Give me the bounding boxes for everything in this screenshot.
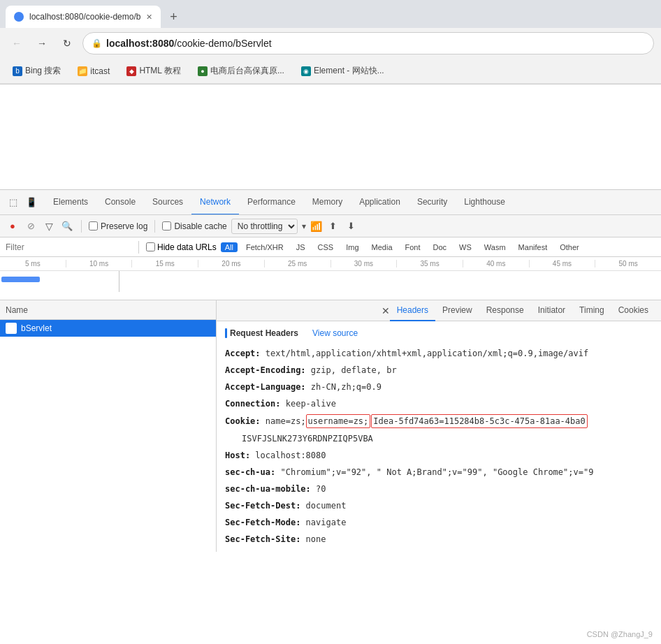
cookie-value-1: name=zs;	[266, 415, 306, 427]
rp-tab-response[interactable]: Response	[479, 300, 531, 321]
filter-icon[interactable]: ▽	[42, 219, 56, 233]
request-row-bservlet[interactable]: bServlet	[0, 320, 216, 337]
inspect-element-icon[interactable]: ⬚	[6, 195, 21, 210]
close-panel-button[interactable]: ✕	[382, 305, 390, 316]
tab-bar: localhost:8080/cookie-demo/b ✕ +	[0, 0, 661, 28]
type-other[interactable]: Other	[555, 242, 583, 252]
separator-2	[154, 220, 155, 233]
download-icon[interactable]: ⬇	[344, 219, 358, 233]
tab-console[interactable]: Console	[96, 190, 144, 215]
type-font[interactable]: Font	[401, 242, 425, 252]
tab-title: localhost:8080/cookie-demo/b	[29, 12, 140, 22]
cookie-value-2: username=zs;	[306, 414, 371, 428]
right-panel-tabs: ✕ Headers Preview Response Initiator Tim…	[217, 300, 661, 321]
throttle-dropdown[interactable]: No throttling Fast 3G Slow 3G Offline	[231, 219, 298, 234]
tab-application[interactable]: Application	[351, 190, 409, 215]
request-name: bServlet	[21, 323, 52, 333]
header-accept-encoding: Accept-Encoding: gzip, deflate, br	[217, 362, 661, 379]
rp-tab-preview[interactable]: Preview	[435, 300, 479, 321]
tick-25ms: 25 ms	[264, 260, 330, 268]
bookmark-ecommerce[interactable]: ● 电商后台高保真原...	[194, 64, 289, 78]
tab-lighthouse[interactable]: Lighthouse	[456, 190, 514, 215]
clear-button[interactable]: ⊘	[24, 219, 38, 233]
header-sec-fetch-dest: Sec-Fetch-Dest: document	[217, 497, 661, 514]
filter-input[interactable]	[6, 242, 131, 252]
hide-data-urls-checkbox[interactable]: Hide data URLs	[146, 242, 217, 252]
header-connection: Connection: keep-alive	[217, 395, 661, 412]
rp-tab-headers[interactable]: Headers	[390, 300, 435, 321]
tab-sources[interactable]: Sources	[144, 190, 191, 215]
timeline: 5 ms 10 ms 15 ms 20 ms 25 ms 30 ms 35 ms…	[0, 257, 661, 300]
preserve-log-checkbox[interactable]: Preserve log	[89, 221, 147, 231]
disable-cache-input[interactable]	[162, 221, 171, 230]
network-line	[119, 271, 119, 292]
header-accept: Accept: text/html,application/xhtml+xml,…	[217, 345, 661, 362]
separator-filter	[138, 241, 139, 254]
type-fetch-xhr[interactable]: Fetch/XHR	[242, 242, 288, 252]
rp-tab-initiator[interactable]: Initiator	[531, 300, 572, 321]
chevron-icon: ▾	[302, 221, 306, 231]
type-doc[interactable]: Doc	[429, 242, 451, 252]
type-media[interactable]: Media	[368, 242, 397, 252]
bookmark-html[interactable]: ◆ HTML 教程	[122, 64, 185, 78]
section-divider	[225, 328, 227, 338]
tab-memory[interactable]: Memory	[304, 190, 351, 215]
type-js[interactable]: JS	[292, 242, 310, 252]
type-css[interactable]: CSS	[314, 242, 338, 252]
device-toggle-icon[interactable]: 📱	[24, 195, 39, 210]
header-sec-fetch-mode: Sec-Fetch-Mode: navigate	[217, 514, 661, 531]
forward-button[interactable]: →	[32, 34, 52, 53]
request-headers-title: Request Headers	[230, 328, 298, 338]
preserve-log-input[interactable]	[89, 221, 98, 230]
hide-data-urls-input[interactable]	[146, 242, 155, 251]
type-wasm[interactable]: Wasm	[480, 242, 510, 252]
tick-45ms: 45 ms	[529, 260, 595, 268]
type-manifest[interactable]: Manifest	[514, 242, 552, 252]
rp-tab-cookies[interactable]: Cookies	[611, 300, 655, 321]
request-headers-section: Request Headers View source	[217, 325, 661, 345]
tab-network[interactable]: Network	[191, 190, 239, 215]
rp-tab-timing[interactable]: Timing	[572, 300, 611, 321]
view-source-link[interactable]: View source	[312, 328, 358, 338]
header-host: Host: localhost:8080	[217, 447, 661, 464]
ecommerce-icon: ●	[198, 66, 208, 76]
url-bold: localhost:8080	[106, 38, 174, 49]
type-ws[interactable]: WS	[455, 242, 476, 252]
address-url: localhost:8080/cookie-demo/bServlet	[106, 38, 645, 49]
bookmark-itcast-label: itcast	[90, 66, 110, 76]
tab-close-btn[interactable]: ✕	[146, 13, 152, 22]
separator-1	[81, 220, 82, 233]
page-content	[0, 85, 661, 189]
tab-performance[interactable]: Performance	[239, 190, 304, 215]
bookmarks-bar: b Bing 搜索 📁 itcast ◆ HTML 教程 ● 电商后台高保真原.…	[0, 59, 661, 84]
name-column-header: Name	[6, 305, 28, 315]
bookmark-itcast[interactable]: 📁 itcast	[73, 65, 114, 78]
reload-button[interactable]: ↻	[57, 34, 77, 53]
bookmark-element-label: Element - 网站快...	[314, 65, 384, 77]
type-img[interactable]: Img	[342, 242, 363, 252]
header-accept-language: Accept-Language: zh-CN,zh;q=0.9	[217, 379, 661, 395]
record-button[interactable]: ●	[6, 219, 20, 233]
back-button[interactable]: ←	[7, 34, 27, 53]
bookmark-html-label: HTML 教程	[139, 65, 181, 77]
bookmark-ecommerce-label: 电商后台高保真原...	[210, 65, 284, 77]
address-bar[interactable]: 🔒 localhost:8080/cookie-demo/bServlet	[82, 32, 654, 54]
bookmark-bing[interactable]: b Bing 搜索	[8, 64, 65, 78]
disable-cache-checkbox[interactable]: Disable cache	[162, 221, 226, 231]
active-tab[interactable]: localhost:8080/cookie-demo/b ✕	[6, 6, 161, 28]
header-sec-ch-ua: sec-ch-ua: "Chromium";v="92", " Not A;Br…	[217, 464, 661, 481]
tab-elements[interactable]: Elements	[45, 190, 96, 215]
type-all[interactable]: All	[221, 242, 238, 252]
timeline-ruler: 5 ms 10 ms 15 ms 20 ms 25 ms 30 ms 35 ms…	[0, 257, 661, 271]
devtools-toolbar: ● ⊘ ▽ 🔍 Preserve log Disable cache No th…	[0, 215, 661, 237]
search-icon[interactable]: 🔍	[60, 219, 74, 233]
right-panel-content: Request Headers View source Accept: text…	[217, 321, 661, 552]
new-tab-button[interactable]: +	[164, 7, 183, 27]
url-path: /cookie-demo/bServlet	[174, 38, 271, 49]
bookmark-element[interactable]: ◉ Element - 网站快...	[297, 64, 388, 78]
right-panel: ✕ Headers Preview Response Initiator Tim…	[217, 300, 661, 552]
upload-icon[interactable]: ⬆	[326, 219, 340, 233]
network-request-bar	[1, 277, 40, 282]
left-panel-header: Name	[0, 300, 216, 320]
tab-security[interactable]: Security	[409, 190, 456, 215]
